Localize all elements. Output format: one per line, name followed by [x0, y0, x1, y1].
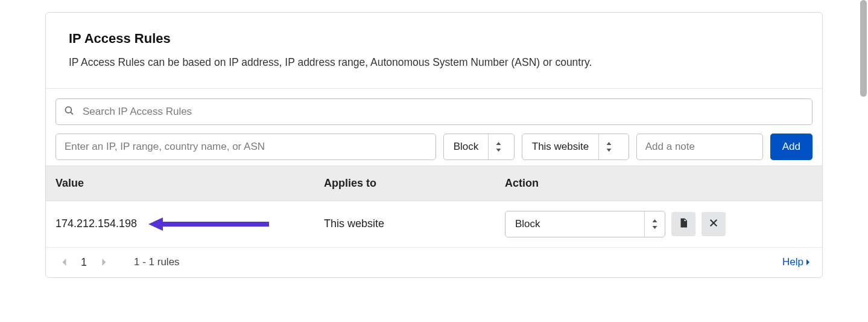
chevron-left-icon [62, 259, 67, 266]
row-action-label: Block [505, 211, 644, 237]
next-page-button[interactable] [98, 259, 110, 266]
scope-select[interactable]: This website [522, 134, 629, 160]
scope-select-label: This website [522, 134, 598, 159]
column-header-applies: Applies to [324, 177, 505, 190]
pagination: 1 1 - 1 rules [58, 256, 180, 269]
page-number: 1 [81, 256, 87, 269]
chevron-right-icon [101, 259, 107, 266]
chevron-updown-icon [644, 211, 665, 237]
close-icon [709, 218, 718, 230]
table-row: 174.212.154.198 This website Block [46, 201, 822, 248]
svg-point-0 [65, 106, 71, 112]
card-title: IP Access Rules [69, 31, 799, 47]
document-icon [678, 217, 689, 230]
row-action-select[interactable]: Block [505, 211, 665, 237]
help-label: Help [782, 256, 803, 268]
controls-section: Block This website Add [46, 89, 822, 166]
help-link[interactable]: Help [782, 256, 810, 268]
add-rule-row: Block This website Add [55, 134, 813, 160]
card-header: IP Access Rules IP Access Rules can be b… [46, 13, 822, 89]
search-input[interactable] [55, 98, 813, 125]
column-header-action: Action [505, 177, 813, 190]
annotation-arrow-icon [148, 216, 269, 233]
card-description: IP Access Rules can be based on IP addre… [69, 55, 799, 70]
delete-button[interactable] [702, 212, 726, 236]
chevron-right-icon [806, 259, 810, 265]
ip-input[interactable] [55, 134, 436, 160]
ip-access-rules-card: IP Access Rules IP Access Rules can be b… [45, 12, 823, 278]
prev-page-button[interactable] [58, 259, 70, 266]
cell-action: Block [505, 211, 813, 237]
chevron-updown-icon [488, 134, 508, 159]
svg-marker-3 [148, 217, 163, 231]
rules-count: 1 - 1 rules [134, 256, 180, 268]
note-input[interactable] [636, 134, 763, 160]
search-icon [64, 105, 74, 118]
card-footer: 1 1 - 1 rules Help [46, 248, 822, 277]
cell-applies: This website [324, 217, 505, 230]
chevron-updown-icon [598, 134, 619, 159]
table-header-row: Value Applies to Action [46, 166, 822, 201]
action-select[interactable]: Block [443, 134, 515, 160]
edit-note-button[interactable] [671, 212, 695, 236]
row-action-group: Block [505, 211, 813, 237]
scrollbar[interactable] [860, 0, 867, 97]
action-select-label: Block [444, 134, 489, 159]
search-container [55, 98, 813, 125]
column-header-value: Value [55, 177, 324, 190]
svg-line-1 [71, 112, 73, 114]
add-button[interactable]: Add [770, 134, 813, 160]
